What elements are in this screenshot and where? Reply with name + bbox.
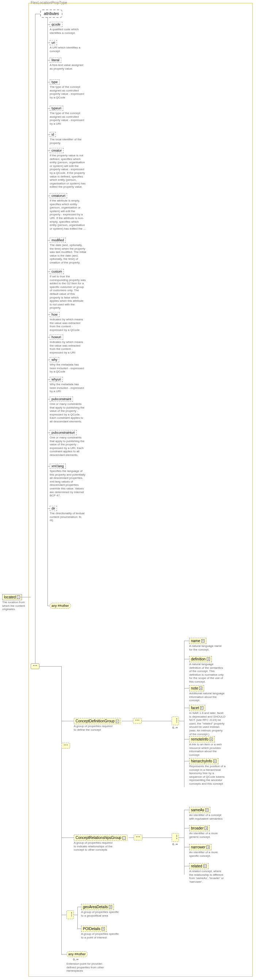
choice-icon (66, 910, 74, 919)
element-desc: A natural language name for the concept. (189, 644, 226, 651)
attr-literal: literal (50, 57, 61, 63)
sequence-icon (61, 743, 70, 749)
minus-icon[interactable]: − (116, 720, 119, 723)
choice-icon (172, 833, 179, 842)
attr-dir: dir (50, 506, 57, 511)
element-desc: An identifier of a more generic concept. (189, 832, 226, 838)
minus-icon[interactable]: − (122, 837, 126, 840)
attr-pubconstraint: pubconstraint (50, 396, 73, 402)
element-desc: Represents the position of a concept in … (189, 765, 226, 786)
attr-desc: The local identifier of the property. (50, 138, 86, 145)
occurrence: 0..∞ (172, 726, 178, 729)
element-poidetails: POIDetails + (81, 926, 107, 932)
attr-desc: If the property value is not defined, sp… (50, 154, 86, 189)
element-remoteinfo: remoteInfo+ (189, 736, 215, 742)
element-desc: A group of properties specific to a geop… (81, 910, 121, 917)
plus-icon[interactable]: + (199, 687, 202, 690)
element-desc: Additional natural language information … (189, 692, 226, 702)
plus-icon[interactable]: + (201, 639, 205, 643)
occurrence: 0..∞ (172, 843, 178, 846)
attr-custom: custom (50, 269, 64, 274)
plus-icon[interactable]: + (101, 927, 105, 931)
attr-desc: If set to true the corresponding propert… (50, 275, 86, 310)
sequence-icon (31, 663, 40, 669)
attributes-box: attributes (40, 10, 62, 18)
element-narrower: narrower+ (189, 844, 211, 850)
plus-icon[interactable]: + (206, 846, 210, 849)
element-hierarchyinfo: hierarchyInfo+ (189, 758, 218, 764)
any-attribute: any ##other (50, 603, 71, 609)
element-sameas: sameAs+ (189, 807, 210, 813)
element-note: note+ (189, 685, 204, 691)
attr-creatoruri: creatoruri (50, 193, 67, 198)
attr-creator: creator (50, 148, 64, 153)
plus-icon[interactable]: + (109, 905, 112, 908)
element-desc: An identifier of a concept with equivale… (189, 813, 226, 820)
occurrence: 0..∞ (73, 958, 78, 961)
plus-icon[interactable]: + (205, 808, 208, 811)
attr-how: how (50, 312, 59, 317)
attr-desc: If the attribute is empty, specifies whi… (50, 199, 86, 230)
attr-desc: Indicates by which means the value was e… (50, 340, 86, 354)
attr-modified: modified (50, 238, 66, 243)
attr-pubconstrainturi: pubconstrainturi (50, 430, 77, 435)
element-desc: The location from which the content orig… (2, 601, 30, 611)
attr-qcode: qcode (50, 22, 62, 27)
attr-desc: Indicates by which means the value was e… (50, 318, 86, 332)
element-broader: broader+ (189, 825, 210, 831)
attr-typeuri: typeuri (50, 106, 63, 111)
attr-desc: Why the metadata has been included - exp… (50, 363, 86, 374)
minus-icon[interactable]: − (17, 595, 20, 599)
attr-desc: The type of the concept assigned as cont… (50, 85, 86, 99)
element-located: located − (2, 594, 22, 600)
plus-icon[interactable]: + (205, 827, 208, 830)
element-desc: Extension point for provider-defined pro… (66, 962, 107, 973)
plus-icon[interactable]: + (200, 706, 203, 710)
group-concept-relationships: ConceptRelationshipsGroup − (74, 835, 128, 841)
element-label: located (4, 595, 16, 599)
attr-howuri: howuri (50, 334, 63, 340)
element-desc: In NAR 1.8 and later, facet is deprecate… (189, 711, 226, 736)
attr-desc: Why the metadata has been included - exp… (50, 383, 86, 393)
plus-icon[interactable]: + (203, 864, 207, 868)
choice-icon (172, 716, 179, 725)
type-label: FlexLocationPropType (31, 1, 67, 5)
group-desc: A group of properties required to indica… (74, 841, 114, 852)
attr-desc: A qualified code which identifies a conc… (50, 28, 86, 35)
attr-desc: The directionality of textual content (e… (50, 512, 86, 522)
element-name: name+ (189, 638, 206, 644)
sequence-icon (133, 718, 142, 724)
any-element: any ##other (66, 951, 88, 957)
sequence-icon (134, 835, 142, 840)
attr-desc: A URI which identifies a concept (50, 46, 86, 53)
plus-icon[interactable]: + (210, 738, 213, 741)
attr-desc: One or many constraints that apply to pu… (50, 402, 86, 423)
attr-whyuri: whyuri (50, 377, 63, 382)
plus-icon[interactable]: + (207, 657, 210, 661)
attr-desc: The type of the concept assigned as cont… (50, 111, 86, 126)
attr-desc: Specifies the language of this property … (50, 469, 86, 498)
group-desc: A group of properties required to define… (74, 724, 114, 732)
plus-icon[interactable]: + (213, 759, 216, 763)
element-facet: facet+ (189, 705, 205, 711)
attr-uri: uri (50, 40, 57, 45)
element-desc: An identifier of a more specific concept… (189, 851, 226, 858)
element-geoareadetails: geoAreaDetails + (81, 904, 114, 910)
attr-type: type (50, 80, 59, 84)
attr-desc: One or many constraints that apply to pu… (50, 436, 86, 457)
attr-desc: The date (and, optionally, the time) whe… (50, 243, 86, 264)
element-definition: definition+ (189, 656, 212, 662)
attr-xml:lang: xml:lang (50, 464, 66, 469)
group-concept-definition: ConceptDefinitionGroup − (74, 718, 121, 724)
attr-desc: A free-text value assigned as property v… (50, 64, 86, 70)
element-desc: A related concept, where the relationshi… (189, 870, 226, 883)
element-desc: A link to an item or a web resource whic… (189, 743, 226, 757)
attr-id: id (50, 132, 56, 137)
element-related: related+ (189, 863, 208, 869)
attr-why: why (50, 357, 59, 362)
element-desc: A natural language definition of the sem… (189, 663, 226, 684)
element-desc: A group of properties specific to a poin… (81, 932, 121, 939)
